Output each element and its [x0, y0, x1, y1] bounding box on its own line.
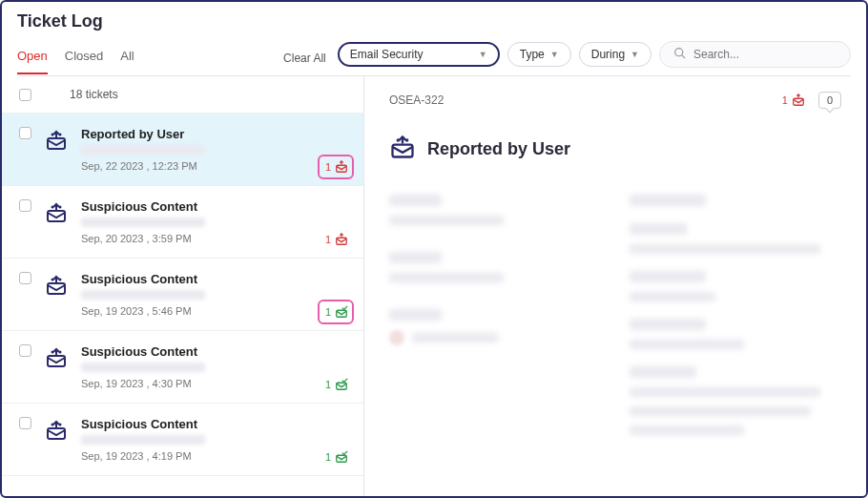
ticket-row[interactable]: Suspicious Content Sep, 19 2023 , 4:30 P… [2, 331, 363, 404]
row-badge: 1 [325, 450, 348, 464]
phishing-icon [45, 419, 68, 446]
row-title: Suspicious Content [81, 344, 346, 359]
row-redacted [81, 290, 205, 300]
mail-check-icon [335, 378, 348, 391]
badge-count: 1 [325, 379, 331, 390]
toolbar: Open Closed All Clear All Email Security… [17, 41, 851, 76]
detail-body [389, 195, 841, 445]
row-redacted [81, 363, 205, 372]
phishing-icon [389, 134, 416, 164]
ticket-row[interactable]: Reported by User Sep, 22 2023 , 12:23 PM… [2, 114, 363, 186]
mail-check-icon [335, 450, 348, 464]
redacted-value [389, 273, 504, 282]
redacted-label [389, 309, 442, 321]
ticket-list: 18 tickets Reported by User Sep, 22 2023… [2, 76, 364, 496]
mail-out-icon [335, 233, 348, 246]
ticket-row[interactable]: Suspicious Content Sep, 19 2023 , 4:19 P… [2, 404, 363, 476]
row-date: Sep, 22 2023 , 12:23 PM [81, 160, 346, 172]
tab-open[interactable]: Open [17, 43, 48, 74]
filter-during-label: During [591, 48, 625, 61]
mail-out-icon [792, 93, 805, 107]
row-checkbox[interactable] [19, 272, 31, 284]
ticket-row[interactable]: Suspicious Content Sep, 19 2023 , 5:46 P… [2, 259, 363, 331]
page-title: Ticket Log [17, 11, 851, 31]
ticket-count: 18 tickets [70, 88, 118, 101]
highlight-marker [318, 300, 354, 324]
redacted-label [389, 252, 442, 263]
row-checkbox[interactable] [19, 199, 31, 212]
detail-badge-count: 1 [782, 94, 788, 106]
redacted-value [630, 406, 811, 416]
row-checkbox[interactable] [19, 417, 31, 429]
badge-count: 1 [325, 451, 331, 463]
redacted-label [630, 223, 687, 235]
list-header: 18 tickets [2, 76, 363, 114]
phishing-icon [45, 201, 68, 228]
tabs: Open Closed All [17, 43, 134, 74]
svg-line-6 [682, 55, 685, 58]
row-checkbox[interactable] [19, 127, 31, 139]
redacted-value [630, 425, 744, 435]
tab-all[interactable]: All [120, 43, 134, 74]
tab-closed[interactable]: Closed [65, 43, 103, 74]
ticket-id: OSEA-322 [389, 93, 782, 107]
filter-type[interactable]: Type ▼ [507, 42, 571, 67]
row-checkbox[interactable] [19, 344, 31, 357]
redacted-icon [389, 330, 404, 345]
redacted-value [412, 333, 498, 342]
detail-badge: 1 [782, 93, 805, 107]
redacted-value [630, 292, 715, 301]
comment-count[interactable]: 0 [818, 92, 841, 109]
chevron-down-icon: ▼ [550, 50, 559, 59]
redacted-value [630, 244, 820, 254]
row-title: Reported by User [81, 127, 346, 141]
phishing-icon [45, 274, 68, 301]
redacted-label [389, 195, 442, 206]
row-badge: 1 [325, 233, 348, 246]
filter-category-label: Email Security [350, 48, 424, 61]
search-icon [673, 47, 686, 62]
row-redacted [81, 435, 205, 445]
phishing-icon [45, 129, 68, 156]
filter-type-label: Type [520, 48, 545, 61]
redacted-label [630, 271, 706, 282]
detail-title: Reported by User [427, 139, 570, 159]
row-title: Suspicious Content [81, 417, 346, 431]
filter-category[interactable]: Email Security ▼ [338, 42, 500, 67]
redacted-value [389, 216, 504, 225]
detail-pane: OSEA-322 1 0 Reported by User [364, 76, 866, 496]
highlight-marker [318, 155, 354, 179]
chevron-down-icon: ▼ [479, 50, 487, 59]
clear-all-button[interactable]: Clear All [283, 52, 326, 65]
phishing-icon [45, 346, 68, 373]
select-all-checkbox[interactable] [19, 89, 31, 101]
row-badge: 1 [325, 378, 348, 391]
redacted-label [630, 366, 696, 378]
svg-point-5 [675, 49, 683, 56]
row-date: Sep, 20 2023 , 3:59 PM [81, 233, 346, 244]
filter-during[interactable]: During ▼ [579, 42, 651, 67]
redacted-label [630, 319, 706, 330]
row-title: Suspicious Content [81, 199, 346, 214]
row-redacted [81, 145, 205, 155]
badge-count: 1 [325, 234, 331, 245]
row-date: Sep, 19 2023 , 5:46 PM [81, 305, 346, 317]
redacted-label [630, 195, 706, 206]
chevron-down-icon: ▼ [630, 50, 639, 59]
search-box[interactable] [659, 41, 851, 68]
row-title: Suspicious Content [81, 272, 346, 286]
row-redacted [81, 218, 205, 227]
row-date: Sep, 19 2023 , 4:19 PM [81, 450, 346, 462]
ticket-row[interactable]: Suspicious Content Sep, 20 2023 , 3:59 P… [2, 186, 363, 259]
search-input[interactable] [693, 48, 837, 61]
redacted-value [630, 387, 820, 397]
row-date: Sep, 19 2023 , 4:30 PM [81, 378, 346, 389]
redacted-value [630, 340, 744, 349]
